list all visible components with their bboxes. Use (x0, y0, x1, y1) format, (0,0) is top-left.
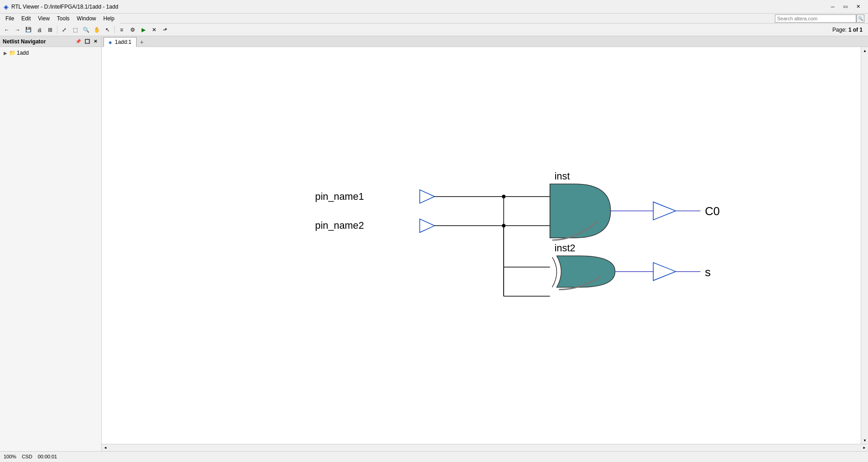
search-button[interactable]: 🔍 (856, 14, 864, 23)
co-label: C0 (705, 205, 720, 217)
print-button[interactable]: 🖨 (34, 25, 44, 35)
tab-icon: ◈ (108, 40, 112, 45)
pan-button[interactable]: ✋ (92, 25, 102, 35)
menu-file[interactable]: File (2, 14, 18, 23)
clear-button[interactable]: ✕ (149, 25, 159, 35)
export-button[interactable]: ⬏ (160, 25, 170, 35)
horizontal-scrollbar[interactable]: ◄ ► (102, 444, 868, 451)
toolbar-separator-1 (57, 26, 57, 34)
scroll-down-button[interactable]: ▼ (861, 437, 868, 444)
toolbar: ← → 💾 🖨 ⊞ ⤢ ⬚ 🔍 ✋ ↖ ≡ ⚙ ▶ ✕ ⬏ Page: 1 of… (0, 24, 868, 36)
sidebar-header: Netlist Navigator 📌 🔲 ✕ (0, 36, 101, 47)
save-button[interactable]: 💾 (24, 25, 33, 35)
svg-marker-0 (420, 190, 434, 203)
canvas-area[interactable]: pin_name1 pin_name2 (102, 47, 868, 451)
status-bar: 100% CSD 00:00:01 (0, 451, 868, 461)
tab-1add-1[interactable]: ◈ 1add:1 (104, 37, 137, 47)
tab-bar: ◈ 1add:1 + (102, 36, 868, 47)
tree-label-1add: 1add (17, 50, 29, 56)
sidebar-close-icon[interactable]: ✕ (92, 38, 99, 44)
scroll-left-button[interactable]: ◄ (102, 444, 109, 452)
minimize-button[interactable]: ─ (826, 2, 839, 12)
zoom-level: 100% (4, 454, 16, 459)
select-button[interactable]: ↖ (103, 25, 113, 35)
page-current: 1 of 1 (849, 27, 863, 33)
toolbar-separator-2 (114, 26, 115, 34)
scroll-right-button[interactable]: ► (861, 444, 868, 452)
rtl-diagram: pin_name1 pin_name2 (102, 47, 868, 451)
list-button[interactable]: ≡ (117, 25, 127, 35)
maximize-button[interactable]: ▭ (839, 2, 852, 12)
highlight-button[interactable]: ▶ (138, 25, 148, 35)
window-title: RTL Viewer - D:/intelFPGA/18.1/1add - 1a… (11, 4, 826, 10)
sidebar-pin-icon[interactable]: 📌 (74, 38, 82, 44)
svg-marker-11 (653, 202, 676, 220)
status-extra: CSD (22, 454, 32, 459)
svg-marker-1 (420, 219, 434, 232)
vertical-scrollbar[interactable]: ▲ ▼ (861, 47, 868, 444)
app-icon: ◈ (4, 3, 9, 10)
menu-view[interactable]: View (34, 14, 53, 23)
window-controls: ─ ▭ ✕ (826, 2, 864, 12)
menu-help[interactable]: Help (100, 14, 118, 23)
title-bar: ◈ RTL Viewer - D:/intelFPGA/18.1/1add - … (0, 0, 868, 14)
scroll-up-button[interactable]: ▲ (861, 47, 868, 54)
status-time: 00:00:01 (38, 454, 57, 459)
menu-bar: File Edit View Tools Window Help (0, 14, 120, 24)
page-label: Page: (832, 27, 846, 33)
zoom-fit-button[interactable]: ⤢ (59, 25, 69, 35)
menu-tools[interactable]: Tools (53, 14, 73, 23)
tab-label: 1add:1 (115, 39, 132, 45)
svg-marker-19 (653, 263, 676, 281)
s-label: s (705, 266, 711, 278)
folder-icon: 📁 (9, 50, 16, 56)
menu-window[interactable]: Window (73, 14, 100, 23)
sidebar-tree: ▶ 📁 1add (0, 47, 101, 59)
forward-button[interactable]: → (13, 25, 23, 35)
tab-add-button[interactable]: + (137, 38, 146, 47)
settings-button[interactable]: ⚙ (127, 25, 137, 35)
zoom-rect-button[interactable]: ⬚ (70, 25, 80, 35)
tree-expand-arrow: ▶ (4, 51, 7, 56)
nav-button[interactable]: ⊞ (45, 25, 55, 35)
sidebar: Netlist Navigator 📌 🔲 ✕ ▶ 📁 1add (0, 36, 102, 451)
right-panel: ◈ 1add:1 + pin_name1 pin_name2 (102, 36, 868, 451)
menu-edit[interactable]: Edit (18, 14, 34, 23)
pin1-label: pin_name1 (315, 191, 364, 202)
sidebar-header-icons: 📌 🔲 ✕ (74, 38, 99, 44)
back-button[interactable]: ← (2, 25, 12, 35)
inst-label: inst (554, 170, 570, 182)
sidebar-float-icon[interactable]: 🔲 (83, 38, 91, 44)
sidebar-title: Netlist Navigator (3, 38, 74, 45)
pin2-label: pin_name2 (315, 220, 364, 231)
tree-item-1add[interactable]: ▶ 📁 1add (2, 49, 99, 57)
zoom-in-button[interactable]: 🔍 (81, 25, 91, 35)
inst2-label: inst2 (554, 242, 575, 254)
search-input[interactable] (775, 14, 856, 23)
main-content: Netlist Navigator 📌 🔲 ✕ ▶ 📁 1add ◈ 1add:… (0, 36, 868, 451)
close-button[interactable]: ✕ (852, 2, 864, 12)
